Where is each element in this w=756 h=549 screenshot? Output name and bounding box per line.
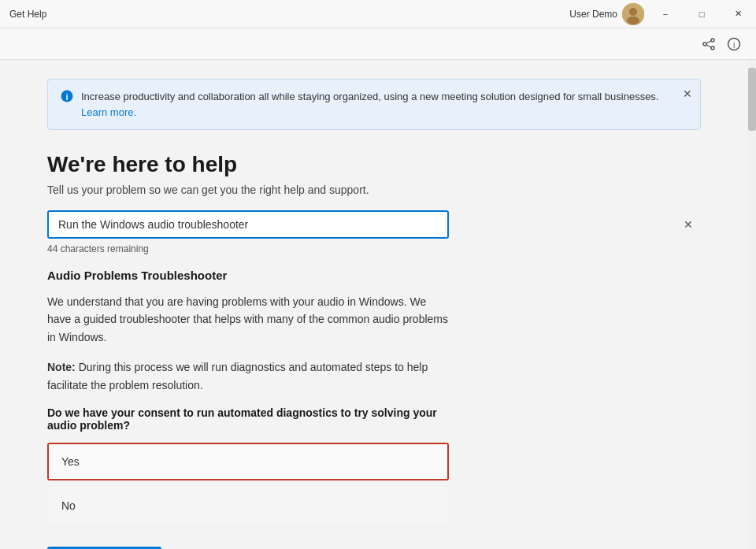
minimize-button[interactable]: −	[647, 0, 684, 28]
title-bar-left: Get Help	[9, 9, 46, 20]
search-clear-button[interactable]: ✕	[684, 218, 693, 231]
svg-text:i: i	[65, 92, 68, 102]
banner-link[interactable]: Learn more.	[81, 106, 136, 118]
section-heading: Audio Problems Troubleshooter	[47, 269, 701, 282]
svg-line-7	[706, 45, 711, 47]
svg-point-1	[629, 8, 637, 16]
svg-point-3	[711, 39, 714, 42]
content-scroll[interactable]: i Increase productivity and collaboratio…	[0, 60, 748, 549]
search-input[interactable]	[47, 210, 449, 239]
scrollbar-thumb[interactable]	[748, 68, 756, 131]
svg-line-6	[706, 41, 711, 43]
title-bar-right: User Demo − □ ✕	[569, 0, 756, 28]
consent-question: Do we have your consent to run automated…	[47, 406, 449, 432]
banner-message: Increase productivity and collaboration …	[81, 91, 658, 102]
maximize-button[interactable]: □	[684, 0, 720, 28]
app-title: Get Help	[9, 9, 46, 20]
info-banner: i Increase productivity and collaboratio…	[47, 79, 701, 130]
user-info: User Demo	[569, 3, 644, 25]
toolbar: i	[0, 28, 756, 60]
note-paragraph: Note: During this process we will run di…	[47, 358, 449, 394]
share-icon[interactable]	[696, 32, 721, 57]
page-title: We're here to help	[47, 152, 701, 177]
choice-no-button[interactable]: No	[47, 487, 449, 525]
search-container: ✕	[47, 210, 701, 239]
page-subtitle: Tell us your problem so we can get you t…	[47, 184, 701, 196]
user-name: User Demo	[569, 9, 617, 20]
banner-close-button[interactable]: ✕	[683, 87, 692, 100]
svg-point-4	[703, 43, 706, 46]
avatar	[622, 3, 644, 25]
svg-point-2	[627, 17, 639, 24]
info-icon[interactable]: i	[721, 32, 747, 57]
scrollbar-rail	[748, 60, 756, 549]
banner-info-icon: i	[61, 90, 73, 106]
avatar-svg	[622, 3, 644, 25]
choice-yes-button[interactable]: Yes	[47, 443, 449, 480]
main-area: i Increase productivity and collaboratio…	[0, 60, 756, 549]
svg-text:i: i	[733, 40, 735, 49]
svg-point-5	[711, 46, 714, 50]
char-count: 44 characters remaining	[47, 243, 701, 254]
banner-text: Increase productivity and collaboration …	[81, 89, 687, 120]
body-paragraph-1: We understand that you are having proble…	[47, 293, 449, 346]
close-button[interactable]: ✕	[720, 0, 756, 28]
title-bar: Get Help User Demo − □ ✕	[0, 0, 756, 28]
note-label: Note:	[47, 361, 76, 373]
note-text: During this process we will run diagnost…	[47, 361, 428, 391]
